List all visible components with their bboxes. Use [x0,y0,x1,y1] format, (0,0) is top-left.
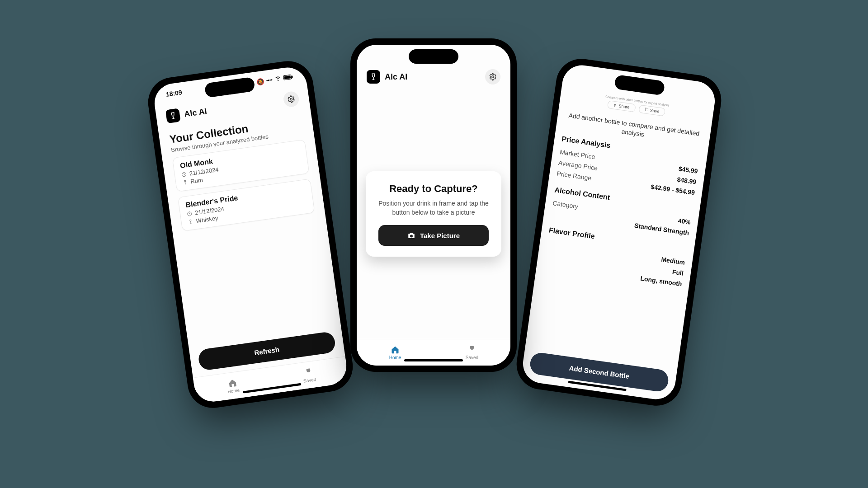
brand: Alc AI [165,104,208,123]
capture-card: Ready to Capture? Position your drink in… [366,171,501,257]
tab-saved[interactable]: Saved [434,339,510,366]
share-button[interactable]: ⇪Share [607,100,636,112]
wifi-icon [274,75,282,83]
app-logo-icon [165,108,181,123]
tab-label: Saved [303,376,316,383]
phone-collection: 18:09 🔕 •••• Alc AI [145,58,356,411]
bookmark-icon: ☐ [644,107,648,112]
glass-icon [188,219,194,225]
gear-icon [287,94,296,103]
svg-rect-2 [292,75,293,78]
take-picture-label: Take Picture [420,232,460,239]
bell-off-icon: 🔕 [256,77,264,85]
item-type: Whiskey [196,215,219,225]
svg-point-3 [290,98,292,100]
item-type: Rum [190,177,203,185]
bookmark-icon [467,345,476,354]
tab-label: Home [389,355,401,360]
camera-icon [407,231,415,239]
svg-point-6 [492,76,494,78]
battery-icon [283,73,293,82]
home-icon [391,345,400,354]
app-name: Alc AI [184,106,208,119]
clock-icon [186,211,193,217]
gear-icon [489,73,497,81]
glass-icon [182,179,189,186]
clock-icon [181,171,187,178]
svg-rect-1 [284,75,291,79]
save-button[interactable]: ☐Save [638,105,665,117]
tab-label: Saved [466,355,478,360]
bookmark-icon [303,367,314,377]
settings-button[interactable] [283,90,300,108]
capture-heading: Ready to Capture? [375,183,492,195]
tab-home[interactable]: Home [193,367,273,404]
app-logo-icon [367,70,380,84]
signal-icon: •••• [266,77,273,83]
phone-analysis: Compare with other bottles for expert an… [513,56,724,409]
home-indicator [404,359,463,361]
brand: Alc AI [367,70,407,84]
app-name: Alc AI [385,72,407,82]
notch [409,49,458,64]
capture-body: Position your drink in frame and tap the… [375,199,492,217]
phone-capture: Alc AI Ready to Capture? Position your d… [350,38,517,372]
tab-home[interactable]: Home [357,339,434,366]
take-picture-button[interactable]: Take Picture [378,225,489,246]
tab-label: Home [227,387,240,394]
home-icon [227,378,238,388]
stage: 18:09 🔕 •••• Alc AI [0,0,868,488]
share-icon: ⇪ [613,103,617,108]
settings-button[interactable] [485,69,500,84]
